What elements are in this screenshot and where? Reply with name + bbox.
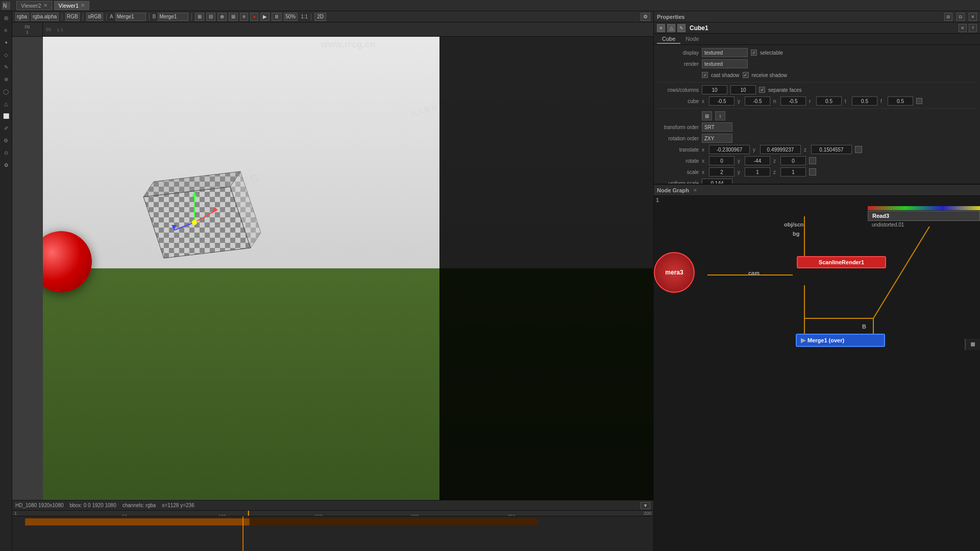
display-select[interactable]: textured: [702, 48, 748, 57]
tab-cube[interactable]: Cube: [657, 35, 680, 44]
colorspace-b-select[interactable]: sRGB: [86, 13, 103, 21]
prop-node-icon-3[interactable]: ✎: [677, 24, 685, 32]
input-b-select[interactable]: Merge1: [158, 13, 188, 21]
rotate-label: rotate: [658, 158, 699, 164]
read3-node[interactable]: Read3 undistorted.01: [868, 206, 980, 229]
prop-node-icon-2[interactable]: △: [667, 24, 675, 32]
prop-node-close-btn[interactable]: ✕: [959, 24, 967, 32]
viewer-play-btn[interactable]: ▶: [260, 13, 270, 21]
tab-viewer2[interactable]: Viewer2 ✕: [16, 1, 52, 10]
prop-node-help-btn[interactable]: ?: [969, 24, 977, 32]
cube-dims-row: cube x y n r t f: [654, 95, 980, 107]
rows-cols-label: rows/columns: [658, 87, 699, 93]
translate-row: translate x y z: [654, 144, 980, 155]
display-label: display: [658, 50, 699, 56]
cube-r-input[interactable]: [816, 96, 842, 106]
viewer-pause-btn[interactable]: ⏸: [272, 13, 282, 21]
tx-input[interactable]: [709, 145, 750, 154]
separate-faces-checkbox[interactable]: ✓: [759, 87, 765, 93]
timeline-content[interactable]: [12, 516, 653, 551]
transform-order-select[interactable]: SRT: [702, 122, 732, 132]
cube-lock-icon[interactable]: [916, 98, 922, 104]
rotate-lock-icon[interactable]: [809, 157, 816, 164]
rotation-order-row: rotation order ZXY: [654, 133, 980, 144]
viewer-icon-btn-1[interactable]: ⊞: [195, 13, 204, 21]
transform-icon-btn-2[interactable]: ↕: [715, 111, 725, 120]
node-graph-content[interactable]: 1 obj/scn: [654, 196, 980, 551]
sy-input[interactable]: [745, 167, 770, 177]
scale-lock-icon[interactable]: [809, 168, 816, 176]
merge1-node[interactable]: ▶ Merge1 (over): [796, 334, 885, 347]
timeline-area: 1 50 100 150 200 250 200: [12, 510, 653, 551]
viewer-icon-btn-3[interactable]: ⊕: [217, 13, 227, 21]
input-a-label: A: [110, 14, 113, 19]
cube-f-input[interactable]: [888, 96, 913, 106]
cast-shadow-checkbox[interactable]: ✓: [702, 72, 708, 78]
view-mode-2d-btn[interactable]: 2D: [314, 13, 326, 21]
scanlinerender1-node[interactable]: ScanlineRender1: [797, 256, 886, 268]
sidebar-icon-11[interactable]: ⚙: [2, 136, 11, 145]
sidebar-icon-13[interactable]: ✿: [2, 160, 11, 169]
channel-alpha-select[interactable]: rgba.alpha: [31, 13, 59, 21]
cube-n-input[interactable]: [780, 96, 806, 106]
sx-input[interactable]: [709, 167, 734, 177]
viewer-content[interactable]: www.rrcg.cn RRCG 人人素材: [43, 37, 653, 500]
timeline-ruler: 1 50 100 150 200 250 200: [12, 511, 653, 516]
sidebar-icon-1[interactable]: ⊞: [2, 13, 11, 22]
sidebar-icon-4[interactable]: ◇: [2, 50, 11, 59]
viewer-sub-toolbar: f/8 y 1: [43, 22, 653, 37]
prop-node-icon-1[interactable]: ≡: [657, 24, 665, 32]
viewer-coord: x=1128 y=236: [162, 503, 194, 508]
rows-input[interactable]: [702, 85, 727, 94]
viewer-icon-btn-5[interactable]: ≡: [240, 13, 248, 21]
sidebar-icon-8[interactable]: △: [2, 99, 11, 108]
receive-shadow-checkbox[interactable]: ✓: [743, 72, 749, 78]
prop-icon-1[interactable]: ⊞: [944, 13, 952, 21]
render-select[interactable]: textured: [702, 59, 748, 68]
camera3-node[interactable]: mera3: [654, 252, 695, 293]
prop-close-btn[interactable]: ✕: [969, 13, 977, 21]
transform-icon-btn-1[interactable]: ⊞: [702, 111, 712, 120]
sidebar-icon-3[interactable]: ✦: [2, 38, 11, 47]
close-viewer1-icon[interactable]: ✕: [81, 3, 85, 8]
scale-label: scale: [658, 169, 699, 175]
rz-input[interactable]: [780, 156, 806, 165]
sz-input[interactable]: [780, 167, 806, 177]
ty-input[interactable]: [760, 145, 801, 154]
sidebar-icon-10[interactable]: ✐: [2, 123, 11, 133]
sidebar-icon-7[interactable]: ◯: [2, 87, 11, 96]
rotation-order-select[interactable]: ZXY: [702, 134, 732, 143]
colorspace-a-select[interactable]: RGB: [65, 13, 80, 21]
uniform-scale-input[interactable]: [702, 179, 732, 184]
ry-input[interactable]: [745, 156, 770, 165]
viewer-settings-btn[interactable]: ⚙: [641, 13, 650, 21]
merge-output-handle[interactable]: [965, 339, 980, 350]
tab-viewer1[interactable]: Viewer1 ✕: [54, 1, 90, 10]
tz-input[interactable]: [811, 145, 852, 154]
cube-t-input[interactable]: [852, 96, 877, 106]
frame-end-label: 200: [636, 511, 651, 516]
viewer-panel: f/8 1 f/8 y 1: [12, 22, 653, 500]
sidebar-icon-2[interactable]: ≡: [2, 26, 11, 35]
viewer-icon-btn-2[interactable]: ⊟: [206, 13, 215, 21]
selectable-checkbox[interactable]: ✓: [751, 49, 757, 56]
rx-input[interactable]: [709, 156, 734, 165]
close-viewer2-icon[interactable]: ✕: [43, 3, 47, 8]
cube-y-input[interactable]: [745, 96, 770, 106]
tab-node[interactable]: Node: [680, 35, 704, 44]
translate-lock-icon[interactable]: [855, 146, 862, 153]
prop-icon-2[interactable]: ⊟: [957, 13, 965, 21]
viewer-status-btn[interactable]: ▼: [641, 502, 650, 509]
columns-input[interactable]: [730, 85, 756, 94]
sidebar-icon-6[interactable]: ⊕: [2, 74, 11, 84]
sidebar-icon-9[interactable]: ⬜: [2, 111, 11, 120]
channel-select[interactable]: rgba: [15, 13, 29, 21]
zoom-select[interactable]: 50%: [284, 13, 298, 21]
sidebar-icon-12[interactable]: ⊙: [2, 148, 11, 157]
input-a-select[interactable]: Merge1: [115, 13, 146, 21]
cube-x-input[interactable]: [709, 96, 734, 106]
node-graph-close-btn[interactable]: ✕: [693, 188, 697, 193]
viewer-icon-btn-4[interactable]: ⊞: [229, 13, 238, 21]
viewer-record-btn[interactable]: ●: [250, 13, 258, 21]
sidebar-icon-5[interactable]: ✎: [2, 62, 11, 71]
